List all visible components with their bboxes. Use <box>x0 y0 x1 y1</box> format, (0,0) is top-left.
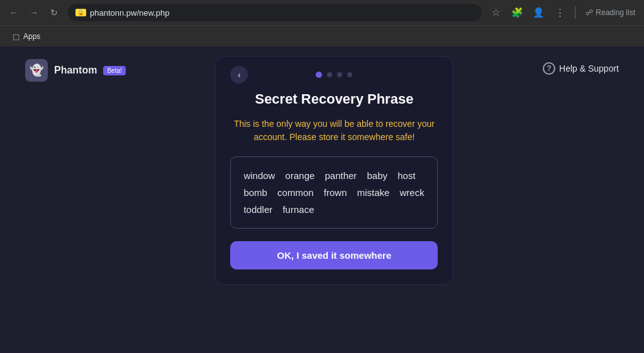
star-button[interactable]: ☆ <box>487 4 504 21</box>
profile-button[interactable]: 👤 <box>530 4 547 21</box>
main-card: ‹ Secret Recovery Phrase This is the onl… <box>214 56 453 285</box>
bookmarks-bar: ◻ Apps <box>0 25 644 46</box>
help-support[interactable]: ? Help & Support <box>543 62 619 75</box>
phantom-name: Phantom <box>54 65 97 76</box>
page-content: 👻 Phantom Beta! ‹ Secret Recovery Phrase… <box>0 46 644 353</box>
phrase-box: window orange panther baby host bomb com… <box>230 156 438 229</box>
back-button[interactable]: ← <box>5 4 23 21</box>
dot-1 <box>316 72 322 78</box>
progress-dots <box>316 72 352 78</box>
card-back-button[interactable]: ‹ <box>230 66 248 84</box>
card-subtitle: This is the only way you will be able to… <box>230 117 438 144</box>
phantom-logo-icon: 👻 <box>25 59 48 82</box>
card-nav: ‹ <box>230 72 438 78</box>
help-icon: ? <box>543 62 555 75</box>
address-text: phantonn.pw/new.php <box>90 8 474 18</box>
ghost-emoji: 👻 <box>30 63 43 77</box>
forward-button[interactable]: → <box>25 4 43 21</box>
browser-toolbar: ← → ↻ 🔒 phantonn.pw/new.php ☆ 🧩 👤 ⋮ ☍ Re… <box>0 0 644 25</box>
beta-badge: Beta! <box>103 66 125 75</box>
reload-button[interactable]: ↻ <box>45 4 63 21</box>
dot-3 <box>337 72 342 77</box>
help-label: Help & Support <box>559 63 619 73</box>
toolbar-icons: ☆ 🧩 👤 ⋮ ☍ Reading list <box>487 4 639 21</box>
divider <box>575 6 575 19</box>
reading-list-button[interactable]: ☍ Reading list <box>582 6 639 19</box>
card-title: Secret Recovery Phrase <box>230 90 438 109</box>
menu-button[interactable]: ⋮ <box>551 4 569 21</box>
address-bar[interactable]: 🔒 phantonn.pw/new.php <box>68 4 482 21</box>
apps-bookmark[interactable]: ◻ Apps <box>8 29 45 44</box>
phrase-text: window orange panther baby host bomb com… <box>243 167 425 218</box>
reading-list-label: Reading list <box>596 8 635 17</box>
extensions-button[interactable]: 🧩 <box>508 4 526 21</box>
apps-label: Apps <box>23 32 40 41</box>
reading-list-icon: ☍ <box>586 8 593 17</box>
nav-buttons: ← → ↻ <box>5 4 63 21</box>
apps-grid-icon: ◻ <box>13 31 20 41</box>
logo-area: 👻 Phantom Beta! <box>25 59 126 82</box>
browser-chrome: ← → ↻ 🔒 phantonn.pw/new.php ☆ 🧩 👤 ⋮ ☍ Re… <box>0 0 644 46</box>
ok-button[interactable]: OK, I saved it somewhere <box>230 241 438 269</box>
dot-4 <box>347 72 352 77</box>
lock-icon: 🔒 <box>75 9 86 16</box>
dot-2 <box>327 72 332 77</box>
